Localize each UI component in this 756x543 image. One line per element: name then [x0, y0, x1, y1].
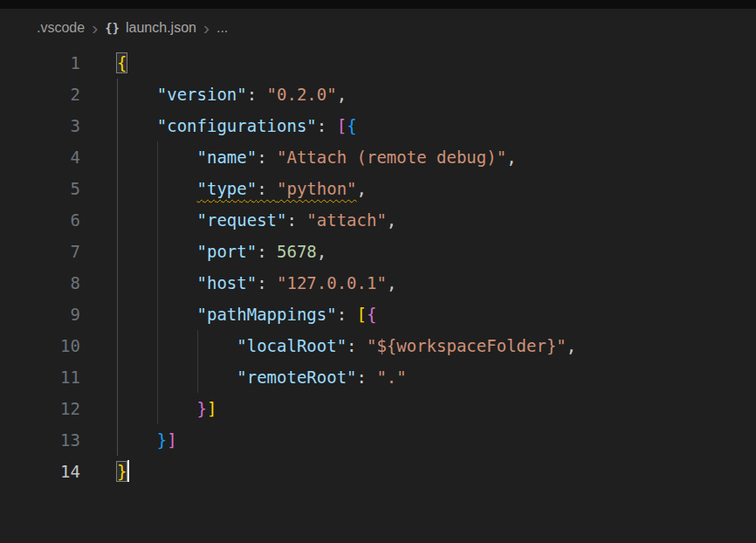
- line-content: "request": "attach",: [117, 204, 396, 236]
- line-number[interactable]: 5: [0, 173, 80, 204]
- code-token: [: [337, 116, 347, 135]
- code-token: ,: [387, 210, 396, 230]
- code-line[interactable]: 1{: [0, 47, 756, 79]
- code-token: {: [347, 116, 356, 135]
- code-token: "remoteRoot": [237, 368, 356, 387]
- indent-guide: [157, 330, 197, 361]
- line-content: "remoteRoot": ".": [117, 361, 407, 393]
- code-token: "host": [197, 273, 258, 292]
- code-token: "python": [277, 179, 357, 198]
- line-content: {: [117, 47, 127, 79]
- code-token: "configurations": [157, 116, 317, 135]
- line-content: "port": 5678,: [117, 236, 326, 267]
- line-content: "pathMappings": [{: [117, 299, 376, 330]
- breadcrumb-item-folder[interactable]: .vscode: [37, 20, 85, 36]
- code-token: ,: [337, 85, 347, 104]
- code-token: "pathMappings": [197, 305, 337, 324]
- line-number[interactable]: 3: [0, 110, 80, 141]
- code-token: ]: [167, 430, 176, 450]
- code-line[interactable]: 4"name": "Attach (remote debug)",: [0, 141, 756, 173]
- code-token: ]: [207, 399, 216, 418]
- line-number[interactable]: 10: [0, 330, 80, 361]
- line-number[interactable]: 7: [0, 236, 80, 267]
- code-line[interactable]: 3"configurations": [{: [0, 110, 756, 141]
- code-line[interactable]: 12}]: [0, 393, 756, 424]
- line-number[interactable]: 12: [0, 393, 80, 424]
- code-token: ,: [317, 242, 326, 261]
- line-content: }]: [117, 393, 216, 424]
- code-token: ,: [506, 148, 516, 167]
- code-line[interactable]: 10"localRoot": "${workspaceFolder}",: [0, 330, 756, 361]
- code-token: :: [317, 116, 337, 135]
- code-line[interactable]: 5"type": "python",: [0, 173, 756, 204]
- text-cursor: [127, 460, 129, 482]
- line-content: "configurations": [{: [117, 110, 357, 141]
- indent-guide: [117, 173, 157, 204]
- code-token: "attach": [306, 210, 387, 230]
- code-token: "port": [197, 242, 258, 261]
- code-token: ".": [376, 368, 406, 387]
- code-token: [: [357, 305, 367, 324]
- indent-guide: [117, 267, 157, 299]
- editor-tab-strip: [0, 0, 756, 9]
- line-number[interactable]: 9: [0, 299, 80, 330]
- indent-guide: [157, 173, 197, 204]
- indent-guide: [197, 330, 237, 361]
- code-line[interactable]: 6"request": "attach",: [0, 204, 756, 236]
- code-token: :: [257, 273, 277, 292]
- code-line[interactable]: 13}]: [0, 424, 756, 456]
- line-number[interactable]: 8: [0, 267, 80, 299]
- code-token: :: [257, 242, 277, 261]
- chevron-right-icon: ›: [90, 18, 100, 37]
- code-token: :: [257, 179, 277, 198]
- line-content: }]: [117, 424, 177, 456]
- code-line[interactable]: 9"pathMappings": [{: [0, 299, 756, 330]
- code-token: ,: [567, 336, 576, 355]
- indent-guide: [117, 299, 157, 330]
- line-content: "version": "0.2.0",: [117, 79, 347, 110]
- code-lines: 1{2"version": "0.2.0",3"configurations":…: [0, 47, 756, 487]
- code-token: "name": [197, 148, 258, 167]
- code-line[interactable]: 7"port": 5678,: [0, 236, 756, 267]
- code-token: :: [286, 210, 306, 230]
- code-token: "type": [197, 179, 258, 198]
- line-number[interactable]: 13: [0, 424, 80, 456]
- indent-guide: [157, 141, 197, 173]
- code-token: "localRoot": [237, 336, 347, 355]
- vscode-editor-window: .vscode › {} launch.json › ... 1{2"versi…: [0, 0, 756, 543]
- breadcrumb-item-symbol-more[interactable]: ...: [216, 20, 228, 36]
- json-brackets-icon: {}: [105, 21, 120, 35]
- code-token: "${workspaceFolder}": [367, 336, 567, 355]
- line-number[interactable]: 11: [0, 361, 80, 393]
- line-content: }: [117, 456, 129, 487]
- line-content: "type": "python",: [117, 173, 367, 204]
- breadcrumb-item-file[interactable]: {} launch.json: [105, 20, 196, 36]
- chevron-right-icon: ›: [202, 18, 211, 37]
- code-token: "version": [157, 85, 247, 104]
- code-token: "0.2.0": [267, 85, 337, 104]
- code-editor[interactable]: 1{2"version": "0.2.0",3"configurations":…: [0, 47, 756, 487]
- code-token: "Attach (remote debug)": [277, 148, 506, 167]
- code-line[interactable]: 2"version": "0.2.0",: [0, 79, 756, 110]
- line-number[interactable]: 4: [0, 141, 80, 173]
- code-token: {: [367, 305, 376, 324]
- code-token: :: [257, 148, 277, 167]
- code-token: 5678: [277, 242, 317, 261]
- indent-guide: [197, 361, 237, 393]
- line-number[interactable]: 2: [0, 79, 80, 110]
- code-line[interactable]: 8"host": "127.0.0.1",: [0, 267, 756, 299]
- code-token: :: [357, 368, 377, 387]
- indent-guide: [157, 299, 197, 330]
- code-line[interactable]: 11"remoteRoot": ".": [0, 361, 756, 393]
- indent-guide: [117, 236, 157, 267]
- line-number[interactable]: 1: [0, 47, 80, 79]
- line-number[interactable]: 14: [0, 456, 80, 487]
- indent-guide: [117, 393, 157, 424]
- code-token: :: [247, 85, 267, 104]
- indent-guide: [117, 204, 157, 236]
- code-line[interactable]: 14}: [0, 456, 756, 487]
- code-token: :: [337, 305, 357, 324]
- code-token: }: [117, 462, 127, 481]
- line-number[interactable]: 6: [0, 204, 80, 236]
- code-token: {: [117, 53, 127, 72]
